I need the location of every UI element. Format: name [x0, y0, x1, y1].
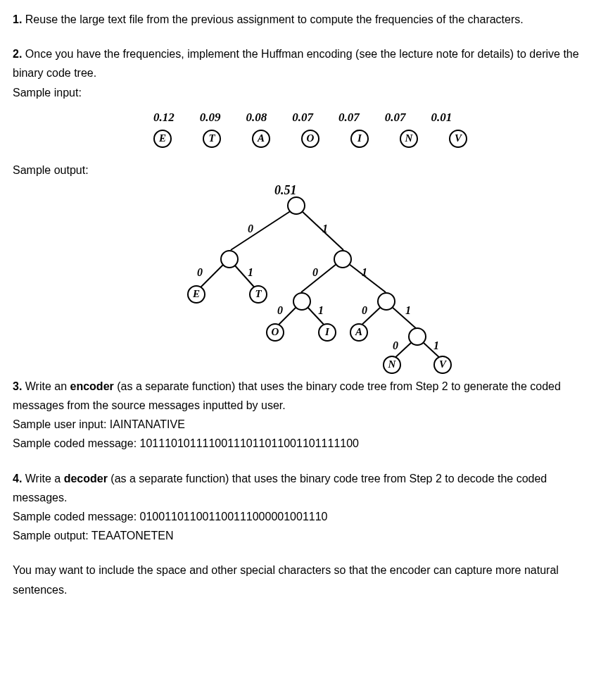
leaf-node: T: [203, 130, 221, 148]
sample-input-label: Sample input:: [13, 83, 595, 102]
q3-pre: Write an: [22, 380, 70, 392]
edge-label-0: 0: [197, 263, 203, 282]
svg-line-5: [349, 264, 386, 292]
tree-node-internal: [220, 250, 239, 268]
tree-node-I: I: [318, 323, 336, 342]
tree-node-O: O: [266, 323, 284, 342]
freq-row: 0.12 0.09 0.08 0.07 0.07 0.07 0.01: [153, 108, 595, 128]
tree-node-N: N: [383, 356, 401, 374]
svg-line-0: [231, 211, 291, 250]
question-4: 4. Write a decoder (as a separate functi…: [13, 469, 595, 546]
q2-text: Once you have the frequencies, implement…: [13, 48, 579, 79]
q2-number: 2.: [13, 48, 22, 60]
letter-row: E T A O I N V: [153, 130, 595, 148]
freq-value: 0.08: [246, 108, 267, 128]
leaf-node: A: [252, 130, 270, 148]
leaf-node: N: [400, 130, 418, 148]
q4-pre: Write a: [22, 473, 63, 485]
q4-output-value: TEAATONETEN: [91, 530, 174, 542]
edge-label-0: 0: [277, 301, 283, 320]
huffman-tree: 0.51 E T: [153, 180, 576, 363]
tree-node-root: [287, 196, 305, 215]
leaf-node: E: [153, 130, 172, 148]
edge-label-0: 0: [362, 301, 367, 320]
question-3: 3. Write an encoder (as a separate funct…: [13, 377, 595, 454]
q3-coded-value: 10111010111100111011011001101111100: [140, 437, 359, 449]
q4-output-label: Sample output:: [13, 530, 91, 542]
edge-label-1: 1: [248, 263, 253, 282]
tree-node-internal: [408, 327, 426, 346]
freq-value: 0.09: [200, 108, 221, 128]
q3-input-value: IAINTANATIVE: [110, 418, 185, 430]
question-1: 1. Reuse the large text file from the pr…: [13, 10, 595, 29]
edge-label-0: 0: [248, 219, 253, 238]
q4-output-line: Sample output: TEAATONETEN: [13, 526, 595, 545]
q4-coded-line: Sample coded message: 010011011001100111…: [13, 507, 595, 526]
q4-number: 4.: [13, 473, 22, 485]
q4-keyword: decoder: [64, 473, 108, 485]
q3-input-line: Sample user input: IAINTANATIVE: [13, 415, 595, 434]
edge-label-1: 1: [433, 336, 439, 355]
leaf-node: V: [449, 130, 467, 148]
tree-node-internal: [334, 250, 352, 268]
tree-node-internal: [293, 292, 311, 311]
q3-input-label: Sample user input:: [13, 418, 110, 430]
edge-label-1: 1: [322, 219, 328, 238]
q3-coded-label: Sample coded message:: [13, 437, 140, 449]
q3-coded-line: Sample coded message: 101110101111001110…: [13, 434, 595, 453]
q4-coded-value: 010011011001100111000001001110: [140, 511, 328, 523]
q4-coded-label: Sample coded message:: [13, 511, 140, 523]
tree-node-E: E: [187, 285, 205, 304]
freq-value: 0.07: [292, 108, 313, 128]
svg-line-9: [391, 306, 417, 329]
edge-label-1: 1: [318, 301, 324, 320]
q1-number: 1.: [13, 13, 22, 25]
edge-label-0: 0: [312, 263, 318, 282]
tree-node-V: V: [433, 356, 452, 374]
tree-node-T: T: [249, 285, 267, 304]
tree-node-internal: [377, 292, 395, 311]
question-2: 2. Once you have the frequencies, implem…: [13, 44, 595, 363]
sample-output-label: Sample output:: [13, 161, 595, 180]
q1-text: Reuse the large text file from the previ…: [22, 13, 523, 25]
freq-value: 0.01: [431, 108, 452, 128]
q3-number: 3.: [13, 380, 22, 392]
freq-value: 0.12: [153, 108, 175, 128]
edge-label-1: 1: [362, 263, 367, 282]
q3-keyword: encoder: [70, 380, 114, 392]
freq-value: 0.07: [385, 108, 406, 128]
freq-value: 0.07: [338, 108, 360, 128]
svg-line-4: [301, 264, 336, 292]
footer-note: You may want to include the space and ot…: [13, 561, 595, 599]
leaf-node: O: [301, 130, 319, 148]
edge-label-1: 1: [405, 301, 411, 320]
leaf-node: I: [350, 130, 369, 148]
tree-node-A: A: [350, 323, 368, 342]
edge-label-0: 0: [393, 336, 398, 355]
